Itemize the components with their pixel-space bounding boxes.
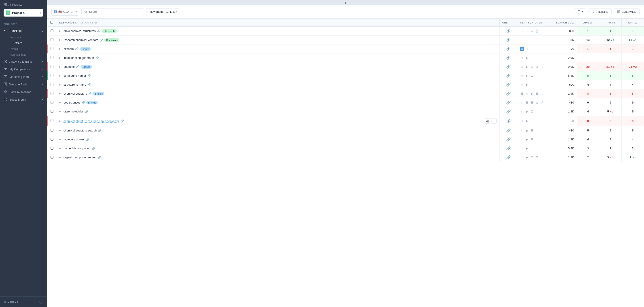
row-checkbox[interactable] <box>50 119 54 122</box>
keyword-text[interactable]: draw chemical structures <box>64 29 96 33</box>
expand-button[interactable]: ▶ <box>59 56 62 59</box>
keyword-text[interactable]: boc sciences <box>64 101 80 104</box>
all-projects-link[interactable]: All Projects <box>4 3 44 6</box>
sidebar-item-audit[interactable]: Website Audit ▾ <box>0 80 47 88</box>
row-checkbox[interactable] <box>50 74 54 77</box>
keyword-text[interactable]: enamine <box>64 65 75 68</box>
columns-button[interactable]: COLUMNS <box>614 8 640 15</box>
keyword-text[interactable]: organic compound namer <box>64 156 96 159</box>
help-icon[interactable]: ? <box>39 300 44 304</box>
url-link-icon[interactable]: 🔗 <box>506 56 511 60</box>
keyword-link-icon[interactable]: 🔗 <box>88 83 91 86</box>
url-link-icon[interactable]: 🔗 <box>506 119 511 123</box>
url-link-icon[interactable]: 🔗 <box>506 100 511 104</box>
url-link-icon[interactable]: 🔗 <box>506 110 511 113</box>
keyword-link-icon[interactable]: 🔗 <box>92 147 95 150</box>
sidebar-item-competitors[interactable]: My Competitors ▾ <box>0 65 47 73</box>
copy-button[interactable]: ▾ <box>574 8 586 15</box>
row-checkbox[interactable] <box>50 38 54 41</box>
url-link-icon[interactable]: 🔗 <box>506 92 511 96</box>
keyword-link-icon[interactable]: 🔗 <box>98 129 101 132</box>
subnav-summary[interactable]: Summary <box>10 34 47 40</box>
keyword-text[interactable]: iupac naming generator <box>64 56 94 60</box>
expand-button[interactable]: ▶ <box>59 156 62 159</box>
url-link-icon[interactable]: 🔗 <box>506 83 511 86</box>
keyword-text[interactable]: draw molecules <box>64 110 84 113</box>
url-link-icon[interactable]: 🔗 <box>506 74 511 78</box>
row-checkbox[interactable] <box>50 129 54 132</box>
expand-button[interactable]: ▶ <box>59 120 62 122</box>
expand-button[interactable]: ▶ <box>59 110 62 113</box>
keyword-text[interactable]: name this compound <box>64 147 90 150</box>
row-checkbox[interactable] <box>50 56 54 59</box>
th-select-all[interactable] <box>48 18 56 26</box>
row-checkbox[interactable] <box>50 47 54 50</box>
url-link-icon[interactable]: 🔗 <box>506 65 511 69</box>
keyword-link-icon[interactable]: 🔗 <box>97 30 100 33</box>
expand-button[interactable]: ▶ <box>59 147 62 150</box>
sidebar-item-social[interactable]: Social Media ▾ <box>0 96 47 103</box>
collapse-bar[interactable]: ▲ <box>47 0 644 5</box>
keyword-link-icon[interactable]: 🔗 <box>88 92 92 95</box>
sidebar-item-rankings[interactable]: Rankings ▴ <box>0 27 47 34</box>
row-checkbox[interactable] <box>50 65 54 68</box>
keyword-link-icon[interactable]: 🔗 <box>75 48 78 50</box>
keyword-link-icon[interactable]: 🔗 <box>88 74 91 77</box>
expand-button[interactable]: ▶ <box>59 65 62 68</box>
url-link-icon[interactable]: 🔗 <box>506 29 511 33</box>
keyword-search[interactable] <box>82 8 144 15</box>
row-checkbox[interactable] <box>50 156 54 158</box>
expand-button[interactable]: ▶ <box>59 38 62 41</box>
keyword-link-icon[interactable]: 🔗 <box>82 101 85 104</box>
keyword-text[interactable]: molecule drawer <box>64 138 85 141</box>
url-link-icon[interactable]: 🔗 <box>506 146 511 150</box>
row-checkbox[interactable] <box>50 92 54 95</box>
row-checkbox[interactable] <box>50 138 54 141</box>
url-link-icon[interactable]: 🔗 <box>506 156 511 159</box>
keyword-link-icon[interactable]: 🔗 <box>96 56 99 60</box>
keyword-link-icon[interactable]: 🔗 <box>85 110 88 113</box>
view-mode-selector[interactable]: View mode: List ▾ <box>146 8 180 15</box>
row-checkbox[interactable] <box>50 110 54 113</box>
project-selector[interactable]: ⚙ Project X ▾ <box>4 9 44 16</box>
keyword-text[interactable]: chemical structure <box>64 92 87 95</box>
url-link-icon[interactable]: 🔗 <box>506 128 511 132</box>
keyword-link-icon[interactable]: 🔗 <box>98 156 101 159</box>
expand-button[interactable]: ▶ <box>59 48 62 50</box>
subnav-overall[interactable]: Overall <box>10 46 47 52</box>
more-actions-button[interactable]: ⋮ <box>491 118 497 124</box>
keyword-text[interactable]: chemical structure to iupac name convert… <box>64 120 119 123</box>
sidebar-item-backlink[interactable]: Backlink Monitor ▾ <box>0 88 47 96</box>
expand-button[interactable]: ▶ <box>59 83 62 86</box>
sidebar-item-analytics[interactable]: Analytics & Traffic ▾ <box>0 58 47 65</box>
keyword-text[interactable]: research chemical vendors <box>64 38 98 42</box>
row-checkbox[interactable] <box>50 147 54 150</box>
expand-button[interactable]: ▶ <box>59 101 62 104</box>
search-input-field[interactable] <box>89 10 141 14</box>
keyword-link-icon[interactable]: 🔗 <box>100 38 103 42</box>
expand-button[interactable]: ▶ <box>59 74 62 77</box>
url-link-icon[interactable]: 🔗 <box>506 47 511 51</box>
sidebar-item-marketing[interactable]: Marketing Plan ▾ <box>0 73 47 80</box>
expand-button[interactable]: ▶ <box>59 30 62 32</box>
keyword-text[interactable]: structure to name <box>64 83 86 86</box>
url-link-icon[interactable]: 🔗 <box>506 138 511 141</box>
keyword-link-icon[interactable]: 🔗 <box>76 65 80 68</box>
keyword-link-icon[interactable]: 🔗 <box>86 138 90 141</box>
search-engine-selector[interactable]: G 🇺🇸 USA EN ▾ <box>52 8 79 16</box>
row-checkbox[interactable] <box>50 101 54 104</box>
keyword-text[interactable]: chemical structure search <box>64 129 96 132</box>
ai-action-button[interactable]: 🤖 <box>485 118 490 124</box>
minimize-button[interactable]: ◁ Minimize ? <box>0 296 47 307</box>
subnav-historical[interactable]: Historical data <box>10 52 47 58</box>
filters-button[interactable]: FILTERS <box>588 8 612 15</box>
keyword-link-icon[interactable]: 🔗 <box>120 120 124 122</box>
subnav-detailed[interactable]: Detailed <box>10 40 47 46</box>
keyword-text[interactable]: oxchem <box>64 47 74 50</box>
expand-button[interactable]: ▶ <box>59 138 62 141</box>
select-all-checkbox[interactable] <box>50 21 53 24</box>
row-checkbox[interactable] <box>50 83 54 86</box>
expand-button[interactable]: ▶ <box>59 92 62 95</box>
expand-button[interactable]: ▶ <box>59 129 62 132</box>
url-link-icon[interactable]: 🔗 <box>506 38 511 42</box>
